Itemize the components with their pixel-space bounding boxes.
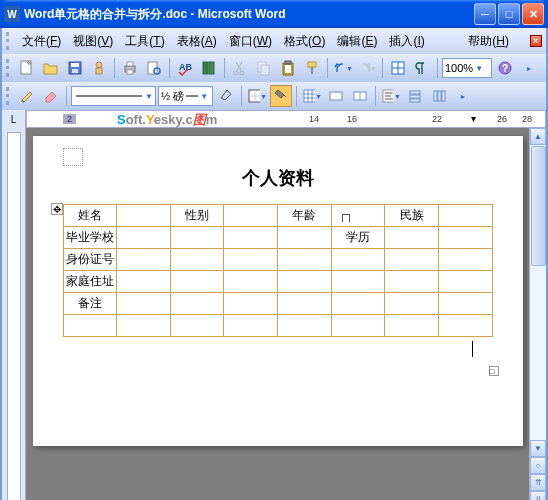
vertical-ruler[interactable] [2, 128, 26, 500]
page-break-mark [63, 148, 83, 166]
cell-gender-label: 性别 [170, 205, 224, 227]
menu-view[interactable]: 视图(V) [67, 30, 119, 53]
maximize-button[interactable]: □ [498, 3, 520, 25]
scroll-down-button[interactable]: ▼ [530, 440, 546, 457]
svg-rect-5 [96, 68, 102, 74]
border-color-button[interactable] [215, 85, 237, 107]
v-scroll-thumb[interactable] [531, 146, 546, 266]
svg-rect-48 [410, 95, 420, 98]
menu-help[interactable]: 帮助(H) [462, 30, 515, 53]
menu-insert[interactable]: 插入(I) [383, 30, 430, 53]
next-page-button[interactable]: ⇊ [530, 491, 546, 500]
svg-rect-19 [285, 65, 291, 73]
scroll-up-button[interactable]: ▲ [530, 128, 546, 145]
cell-name-label: 姓名 [63, 205, 117, 227]
menu-format[interactable]: 格式(O) [278, 30, 331, 53]
distribute-rows-button[interactable] [404, 85, 426, 107]
distribute-cols-button[interactable] [428, 85, 450, 107]
toolbar2-grip[interactable] [6, 87, 12, 105]
toolbar2-overflow[interactable]: ▸ [452, 85, 474, 107]
menu-file[interactable]: 文件(F) [16, 30, 67, 53]
print-button[interactable] [119, 57, 141, 79]
svg-rect-21 [308, 62, 316, 67]
cell-age-label: 年龄 [277, 205, 331, 227]
redo-button[interactable]: ▼ [356, 57, 378, 79]
svg-rect-17 [261, 65, 269, 75]
document-canvas[interactable]: 个人资料 ✥ 姓名 性别 年龄 民族 毕业学校 学历 身份证号 家庭住址 [26, 128, 529, 500]
table-border-button[interactable] [387, 57, 409, 79]
vertical-scrollbar[interactable]: ▲ ▼ ○ ⇈ ⇊ [529, 128, 546, 500]
table-row: 备注 [63, 293, 492, 315]
ruler-row: L 2 Soft.Yesky.c图m 14 16 22 26 28 ▾ [0, 110, 548, 128]
page: 个人资料 ✥ 姓名 性别 年龄 民族 毕业学校 学历 身份证号 家庭住址 [33, 136, 523, 446]
align-button[interactable]: ▼ [380, 85, 402, 107]
eraser-button[interactable] [40, 85, 62, 107]
permissions-button[interactable] [88, 57, 110, 79]
copy-button[interactable] [253, 57, 275, 79]
split-cells-button[interactable] [349, 85, 371, 107]
text-cursor [472, 341, 473, 357]
table-row: 家庭住址 [63, 271, 492, 293]
merge-cells-button[interactable] [325, 85, 347, 107]
border-preset-button[interactable]: ▼ [246, 85, 268, 107]
browse-object-button[interactable]: ○ [530, 457, 546, 474]
cell-idnum-label: 身份证号 [63, 249, 117, 271]
menu-bar: 文件(F) 视图(V) 工具(T) 表格(A) 窗口(W) 格式(O) 编辑(E… [0, 28, 548, 54]
svg-text:?: ? [502, 63, 508, 74]
workspace: 个人资料 ✥ 姓名 性别 年龄 民族 毕业学校 学历 身份证号 家庭住址 [0, 128, 548, 500]
shading-color-button[interactable] [270, 85, 292, 107]
undo-button[interactable]: ▼ [332, 57, 354, 79]
open-button[interactable] [40, 57, 62, 79]
toolbar1-overflow[interactable]: ▸ [518, 57, 540, 79]
svg-rect-3 [72, 69, 78, 73]
spellcheck-button[interactable]: AB [174, 57, 196, 79]
svg-rect-49 [410, 99, 420, 102]
prev-page-button[interactable]: ⇈ [530, 474, 546, 491]
standard-toolbar: AB ▼ ▼ 100%▼ ? ▸ [0, 54, 548, 82]
table-anchor-icon[interactable]: ✥ [51, 203, 63, 215]
svg-rect-47 [410, 91, 420, 94]
menu-edit[interactable]: 编辑(E) [331, 30, 383, 53]
paste-button[interactable] [277, 57, 299, 79]
doc-close-button[interactable]: ✕ [530, 35, 542, 47]
close-button[interactable]: ✕ [522, 3, 544, 25]
help-button[interactable]: ? [494, 57, 516, 79]
cell-school-label: 毕业学校 [63, 227, 117, 249]
line-style-dropdown[interactable]: ▼ [71, 86, 156, 106]
table-resize-handle[interactable]: □ [489, 366, 499, 376]
minimize-button[interactable]: ─ [474, 3, 496, 25]
tab-selector[interactable]: L [2, 110, 26, 128]
show-marks-button[interactable] [411, 57, 433, 79]
table-row: 毕业学校 学历 [63, 227, 492, 249]
menubar-grip[interactable] [6, 32, 12, 50]
table-row: 姓名 性别 年龄 民族 [63, 205, 492, 227]
cell-remark-label: 备注 [63, 293, 117, 315]
svg-rect-52 [442, 91, 445, 101]
document-title[interactable]: 个人资料 [63, 166, 493, 190]
svg-rect-22 [311, 67, 313, 74]
research-button[interactable] [198, 57, 220, 79]
app-icon: W [4, 6, 20, 22]
draw-table-button[interactable] [16, 85, 38, 107]
toolbar1-grip[interactable] [6, 59, 12, 77]
menu-window[interactable]: 窗口(W) [223, 30, 278, 53]
document-table[interactable]: 姓名 性别 年龄 民族 毕业学校 学历 身份证号 家庭住址 备注 [63, 204, 493, 337]
print-preview-button[interactable] [143, 57, 165, 79]
tables-toolbar: ▼ ½ 磅▼ ▼ ▼ ▼ ▸ [0, 82, 548, 110]
title-bar: W Word单元格的合并与拆分.doc - Microsoft Word ─ □… [0, 0, 548, 28]
svg-rect-20 [285, 61, 291, 64]
save-button[interactable] [64, 57, 86, 79]
new-doc-button[interactable] [16, 57, 38, 79]
cut-button[interactable] [229, 57, 251, 79]
zoom-dropdown[interactable]: 100%▼ [442, 58, 492, 78]
insert-table-button[interactable]: ▼ [301, 85, 323, 107]
horizontal-ruler[interactable]: 2 Soft.Yesky.c图m 14 16 22 26 28 ▾ [26, 110, 546, 128]
svg-rect-7 [127, 62, 133, 66]
table-row [63, 315, 492, 337]
svg-point-4 [96, 62, 102, 68]
line-weight-dropdown[interactable]: ½ 磅▼ [158, 86, 213, 106]
format-painter-button[interactable] [301, 57, 323, 79]
menu-table[interactable]: 表格(A) [171, 30, 223, 53]
window-title: Word单元格的合并与拆分.doc - Microsoft Word [24, 6, 472, 23]
menu-tools[interactable]: 工具(T) [119, 30, 170, 53]
